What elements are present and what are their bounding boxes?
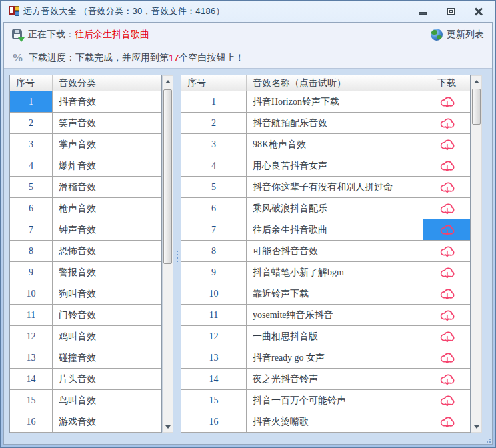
- download-button[interactable]: [423, 113, 470, 134]
- category-name-cell[interactable]: 狗叫音效: [53, 283, 161, 305]
- download-button[interactable]: [423, 198, 470, 219]
- category-name-cell[interactable]: 爆炸音效: [53, 155, 161, 177]
- column-header-no[interactable]: 序号: [10, 75, 53, 91]
- category-number-cell[interactable]: 11: [10, 305, 53, 326]
- sound-row[interactable]: 15抖音一百万个可能铃声: [181, 390, 470, 411]
- download-button[interactable]: [423, 262, 470, 283]
- category-name-cell[interactable]: 笑声音效: [53, 113, 161, 134]
- category-number-cell[interactable]: 12: [10, 326, 53, 347]
- category-number-cell[interactable]: 6: [10, 198, 53, 219]
- scrollbar-thumb[interactable]: [163, 89, 172, 264]
- column-header-download[interactable]: 下载: [423, 75, 470, 91]
- category-number-cell[interactable]: 7: [10, 219, 53, 241]
- sound-row[interactable]: 4用心良苦抖音女声: [181, 155, 470, 177]
- category-row[interactable]: 2笑声音效: [10, 113, 161, 134]
- download-button[interactable]: [423, 305, 470, 326]
- sound-name-cell[interactable]: 用心良苦抖音女声: [247, 155, 423, 177]
- category-row[interactable]: 7钟声音效: [10, 219, 161, 241]
- sound-name-cell[interactable]: yosemite纯音乐抖音: [247, 305, 423, 326]
- category-number-cell[interactable]: 2: [10, 113, 53, 134]
- sound-name-cell[interactable]: 抖音航拍配乐音效: [247, 113, 423, 134]
- sound-name-cell[interactable]: 抖音一百万个可能铃声: [247, 390, 423, 411]
- category-name-cell[interactable]: 门铃音效: [53, 305, 161, 326]
- category-scrollbar[interactable]: [162, 75, 173, 433]
- sound-name-cell[interactable]: 抖音蜡笔小新了解bgm: [247, 262, 423, 283]
- category-row[interactable]: 15鸟叫音效: [10, 390, 161, 411]
- category-number-cell[interactable]: 13: [10, 347, 53, 369]
- category-name-cell[interactable]: 恐怖音效: [53, 241, 161, 262]
- sound-name-cell[interactable]: 一曲相思抖音版: [247, 326, 423, 347]
- sound-name-cell[interactable]: 抖音火烫嘴歌: [247, 411, 423, 433]
- sound-row[interactable]: 8可能否抖音音效: [181, 241, 470, 262]
- sound-row[interactable]: 14夜之光抖音铃声: [181, 369, 470, 390]
- category-number-cell[interactable]: 15: [10, 390, 53, 411]
- resize-grip[interactable]: [483, 435, 491, 443]
- download-button[interactable]: [423, 326, 470, 347]
- sound-name-cell[interactable]: 往后余生抖音歌曲: [247, 219, 423, 241]
- sound-row[interactable]: 10靠近铃声下载: [181, 283, 470, 305]
- category-number-cell[interactable]: 10: [10, 283, 53, 305]
- maximize-button[interactable]: [445, 6, 457, 17]
- panel-splitter[interactable]: [175, 69, 180, 444]
- scroll-down-arrow-icon[interactable]: [471, 421, 481, 432]
- close-button[interactable]: [473, 6, 485, 17]
- sound-row[interactable]: 13抖音ready go 女声: [181, 347, 470, 369]
- category-number-cell[interactable]: 1: [10, 91, 53, 113]
- category-row[interactable]: 14片头音效: [10, 369, 161, 390]
- download-button[interactable]: [423, 177, 470, 198]
- sound-row[interactable]: 2抖音航拍配乐音效: [181, 113, 470, 134]
- category-name-cell[interactable]: 抖音音效: [53, 91, 161, 113]
- category-row[interactable]: 12鸡叫音效: [10, 326, 161, 347]
- download-button[interactable]: [423, 155, 470, 177]
- category-name-cell[interactable]: 片头音效: [53, 369, 161, 390]
- sound-row[interactable]: 1抖音Horizon铃声下载: [181, 91, 470, 113]
- sound-name-cell[interactable]: 抖音Horizon铃声下载: [247, 91, 423, 113]
- sound-name-cell[interactable]: 乘风破浪抖音配乐: [247, 198, 423, 219]
- sound-name-cell[interactable]: 98K枪声音效: [247, 134, 423, 155]
- category-name-cell[interactable]: 游戏音效: [53, 411, 161, 433]
- category-row[interactable]: 4爆炸音效: [10, 155, 161, 177]
- sound-row[interactable]: 398K枪声音效: [181, 134, 470, 155]
- sound-scrollbar[interactable]: [471, 75, 482, 433]
- column-header-category[interactable]: 音效分类: [53, 75, 161, 91]
- category-name-cell[interactable]: 鸡叫音效: [53, 326, 161, 347]
- category-row[interactable]: 10狗叫音效: [10, 283, 161, 305]
- category-number-cell[interactable]: 14: [10, 369, 53, 390]
- category-name-cell[interactable]: 警报音效: [53, 262, 161, 283]
- column-header-no[interactable]: 序号: [181, 75, 247, 91]
- category-name-cell[interactable]: 钟声音效: [53, 219, 161, 241]
- category-row[interactable]: 3掌声音效: [10, 134, 161, 155]
- sound-row[interactable]: 6乘风破浪抖音配乐: [181, 198, 470, 219]
- category-name-cell[interactable]: 鸟叫音效: [53, 390, 161, 411]
- category-row[interactable]: 16游戏音效: [10, 411, 161, 433]
- category-number-cell[interactable]: 8: [10, 241, 53, 262]
- sound-name-cell[interactable]: 可能否抖音音效: [247, 241, 423, 262]
- sound-row[interactable]: 16抖音火烫嘴歌: [181, 411, 470, 433]
- download-button[interactable]: [423, 134, 470, 155]
- category-row[interactable]: 1抖音音效: [10, 91, 161, 113]
- category-number-cell[interactable]: 4: [10, 155, 53, 177]
- category-row[interactable]: 6枪声音效: [10, 198, 161, 219]
- category-number-cell[interactable]: 3: [10, 134, 53, 155]
- column-header-name[interactable]: 音效名称（点击试听）: [247, 75, 423, 91]
- sound-row[interactable]: 11yosemite纯音乐抖音: [181, 305, 470, 326]
- scroll-up-arrow-icon[interactable]: [163, 76, 173, 87]
- sound-row[interactable]: 5抖音你这辈子有没有和别人拼过命: [181, 177, 470, 198]
- category-row[interactable]: 8恐怖音效: [10, 241, 161, 262]
- category-row[interactable]: 5滑稽音效: [10, 177, 161, 198]
- download-button[interactable]: [423, 347, 470, 369]
- download-button[interactable]: [423, 219, 470, 241]
- download-button[interactable]: [423, 91, 470, 113]
- category-number-cell[interactable]: 9: [10, 262, 53, 283]
- download-button[interactable]: [423, 369, 470, 390]
- sound-row[interactable]: 9抖音蜡笔小新了解bgm: [181, 262, 470, 283]
- category-row[interactable]: 9警报音效: [10, 262, 161, 283]
- scrollbar-thumb[interactable]: [472, 89, 481, 125]
- download-button[interactable]: [423, 241, 470, 262]
- category-row[interactable]: 11门铃音效: [10, 305, 161, 326]
- scroll-up-arrow-icon[interactable]: [471, 76, 481, 87]
- category-name-cell[interactable]: 掌声音效: [53, 134, 161, 155]
- category-name-cell[interactable]: 枪声音效: [53, 198, 161, 219]
- category-number-cell[interactable]: 5: [10, 177, 53, 198]
- category-name-cell[interactable]: 碰撞音效: [53, 347, 161, 369]
